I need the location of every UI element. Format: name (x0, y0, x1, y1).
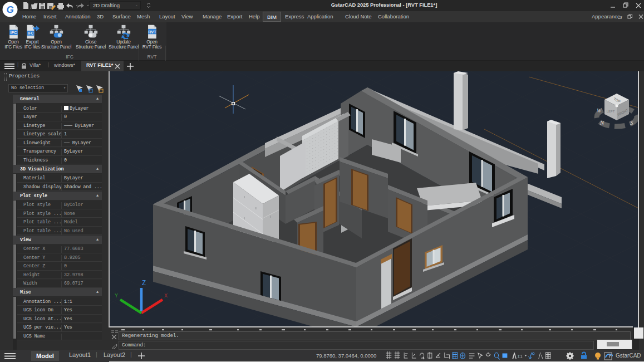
svg-text:IFC: IFC (28, 31, 34, 35)
svg-text:IFC: IFC (11, 30, 18, 35)
svg-text:G: G (6, 4, 13, 15)
svg-text:Y: Y (115, 293, 118, 299)
svg-text:X: X (164, 293, 168, 299)
svg-text:1:1: 1:1 (518, 353, 523, 359)
svg-text:S: S (630, 119, 633, 126)
svg-text:RVT: RVT (148, 30, 156, 35)
svg-text:Z: Z (142, 280, 146, 287)
svg-text:N: N (599, 119, 604, 126)
svg-text:LEFT: LEFT (607, 110, 615, 113)
